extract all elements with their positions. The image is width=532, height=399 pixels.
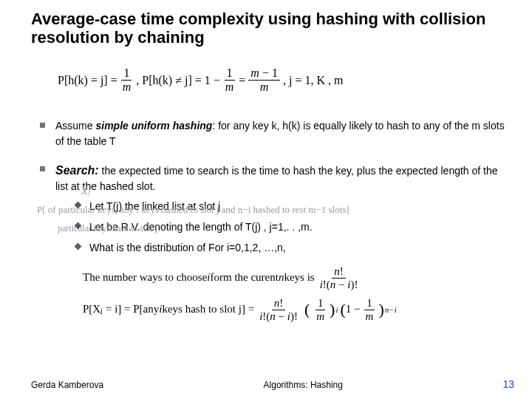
fraction-1m-b: 1m [364,298,376,322]
eq-part-4: , j = 1, K , m [283,72,343,89]
sub-c: What is the distribution of For i=0,1,2,… [75,239,507,257]
sub-b: Let be R.V. denoting the length of T(j) … [75,219,507,236]
footer-center: Algorithms: Hashing [264,380,343,390]
m2a: P[Xⱼ = i] = P[any [83,302,159,317]
bullet1-strong: simple uniform hashing [95,120,212,132]
probability-equation: P[h(k) = j] = 1m , P[h(k) ≠ j] = 1 − 1m … [58,67,507,93]
footer-author: Gerda Kamberova [31,380,103,390]
bullet-search-text: Search: the expected time to search is t… [55,162,507,194]
square-bullet-icon [40,166,45,171]
sub-a-text: Let T(j) the linked list at slot j [89,198,507,216]
bullet-search: Search: the expected time to search is t… [31,162,507,194]
fraction-1-over-m-b: 1m [223,67,236,93]
fraction-binom: n! i!(n − i)! [257,298,300,322]
slide-title: Average-case time complexity using hashi… [31,10,507,47]
fraction-n-choose-i: n! i!(n − i)! [318,266,361,290]
fraction-m1-over-m: m − 1m [248,67,280,93]
sub-a: Let T(j) the linked list at slot j [75,198,507,216]
fraction-1-over-m: 1m [120,67,134,93]
m1c: keys is [284,270,314,285]
math-block: The number ways to choose i form the cur… [83,266,507,322]
eq-part-3: = [239,72,245,89]
bullet-assume: Assume simple uniform hashing: for any k… [31,118,507,149]
eq-part-2: , P[h(k) ≠ j] = 1 − [136,72,219,89]
m1b: form the curent [210,270,278,285]
footer: Gerda Kamberova Algorithms: Hashing 13 [0,378,532,390]
m2b: keys hash to slot j] = [162,302,254,317]
math-row-2: P[Xⱼ = i] = P[any i keys hash to slot j]… [83,298,507,322]
footer-page: 13 [502,378,514,390]
diamond-bullet-icon [75,222,82,230]
eq-part-1: P[h(k) = j] = [58,72,117,89]
sub-bullets: Xⱼ P[ of particular keys, any i keys has… [75,198,507,256]
bullet-assume-text: Assume simple uniform hashing: for any k… [55,118,507,149]
math-row-1: The number ways to choose i form the cur… [83,266,507,290]
sub-b-text: Let be R.V. denoting the length of T(j) … [89,219,507,236]
bullet2-strong: Search: [55,164,99,177]
bullet1-pre: Assume [55,120,95,132]
fraction-1m: 1m [314,298,327,322]
slide: Average-case time complexity using hashi… [0,0,532,399]
diamond-bullet-icon [75,202,82,209]
sub-c-text: What is the distribution of For i=0,1,2,… [89,239,507,257]
m1a: The number ways to choose [83,270,207,285]
diamond-bullet-icon [75,242,82,250]
bullet2-post: the expected time to search is the time … [55,165,498,192]
square-bullet-icon [40,123,45,128]
